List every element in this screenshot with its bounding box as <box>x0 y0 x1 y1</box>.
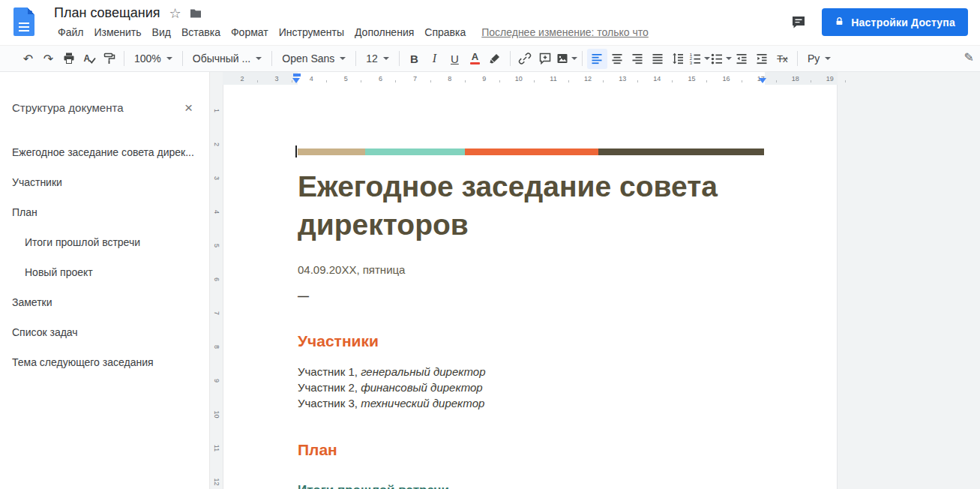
outline-title: Структура документа <box>12 101 123 114</box>
text-color-bar <box>470 62 480 65</box>
input-tools-select[interactable]: Ру <box>802 49 836 69</box>
ruler-numbers: 2345678910111213141516171819 <box>237 72 835 85</box>
font-size-select[interactable]: 12 <box>361 49 394 69</box>
chevron-down-icon <box>166 57 172 60</box>
svg-text:3: 3 <box>690 61 693 65</box>
document-name[interactable]: План совещания <box>52 4 162 22</box>
doc-heading-participants[interactable]: Участники <box>298 332 764 350</box>
lock-icon <box>835 16 844 28</box>
add-comment-button[interactable] <box>535 49 556 69</box>
menu-item[interactable]: Файл <box>52 24 88 40</box>
menu-item[interactable]: Вставка <box>176 24 226 40</box>
ruler-number: 18 <box>790 75 801 82</box>
outline-item[interactable]: Итоги прошлой встречи <box>0 227 209 257</box>
outline-item[interactable]: Ежегодное заседание совета дирек... <box>0 137 209 167</box>
decrease-indent-button[interactable] <box>732 49 752 69</box>
doc-subheading-previous-meeting[interactable]: Итоги прошлой встречи <box>298 483 764 489</box>
undo-button[interactable]: ↶ <box>18 49 38 69</box>
doc-divider-dash[interactable]: — <box>298 290 764 302</box>
outline-item[interactable]: Список задач <box>0 317 209 347</box>
line-spacing-button[interactable] <box>668 49 688 69</box>
ruler-number: 7 <box>213 311 220 315</box>
menu-item[interactable]: Вид <box>147 24 176 40</box>
decorative-color-bar[interactable] <box>298 148 764 155</box>
italic-button[interactable]: I <box>424 49 445 69</box>
bar-segment-teal <box>365 148 466 155</box>
underline-button[interactable]: U <box>445 49 465 69</box>
ruler-number: 13 <box>617 75 628 82</box>
docs-logo-icon[interactable] <box>13 8 34 36</box>
ruler-number: 19 <box>825 75 835 82</box>
edit-mode-icon[interactable]: ✎ <box>964 50 974 64</box>
share-button[interactable]: Настройки Доступа <box>822 8 968 36</box>
folder-icon[interactable] <box>189 7 202 20</box>
ruler-number: 12 <box>583 75 593 82</box>
chevron-down-icon <box>383 57 389 60</box>
ruler-number: 5 <box>340 75 351 82</box>
doc-date[interactable]: 04.09.20XX, пятница <box>298 263 764 276</box>
menus: ФайлИзменитьВидВставкаФорматИнструментыД… <box>52 24 471 40</box>
insert-image-button[interactable] <box>556 49 577 69</box>
first-line-indent-marker[interactable] <box>293 74 301 76</box>
outline-item[interactable]: Заметки <box>0 287 209 317</box>
bulleted-list-button[interactable] <box>710 49 732 69</box>
zoom-select[interactable]: 100% <box>129 49 178 69</box>
horizontal-ruler[interactable]: 2345678910111213141516171819 <box>210 72 980 85</box>
menu-item[interactable]: Формат <box>226 24 274 40</box>
menu-item[interactable]: Справка <box>419 24 471 40</box>
star-icon[interactable]: ☆ <box>169 7 181 20</box>
align-left-button[interactable] <box>587 49 607 69</box>
top-bar: План совещания ☆ ФайлИзменитьВидВставкаФ… <box>0 0 980 45</box>
ruler-number: 4 <box>213 210 220 214</box>
logo-lines <box>19 22 29 32</box>
doc-heading-title[interactable]: Ежегодное заседание совета директоров <box>298 168 764 244</box>
text-color-button[interactable]: A <box>465 49 485 69</box>
insert-link-button[interactable] <box>515 49 535 69</box>
highlight-button[interactable] <box>485 49 505 69</box>
divider <box>124 51 124 66</box>
right-indent-marker[interactable] <box>759 78 766 83</box>
participant-name: Участник 1, <box>298 365 358 378</box>
participant-line[interactable]: Участник 3, технический директор <box>298 395 764 411</box>
menu-item[interactable]: Дополнения <box>349 24 419 40</box>
outline-item[interactable]: План <box>0 197 209 227</box>
paragraph-style-select[interactable]: Обычный ... <box>187 49 267 69</box>
ruler-number: 15 <box>686 75 697 82</box>
align-justify-button[interactable] <box>648 49 668 69</box>
bold-button[interactable]: B <box>404 49 424 69</box>
document-page[interactable]: Ежегодное заседание совета директоров 04… <box>223 85 838 489</box>
clear-formatting-button[interactable]: Tx <box>772 49 793 69</box>
close-icon[interactable]: × <box>180 99 197 116</box>
format-toolbar: ↶ ↷ A 100% Обычный ... Open Sans 12 B I … <box>0 45 980 72</box>
logo-fold <box>28 8 34 14</box>
increase-indent-button[interactable] <box>752 49 772 69</box>
doc-heading-plan[interactable]: План <box>298 441 764 459</box>
participant-name: Участник 2, <box>298 381 358 394</box>
menu-item[interactable]: Изменить <box>88 24 146 40</box>
ruler-number: 4 <box>306 75 316 82</box>
spellcheck-button[interactable]: A <box>79 49 99 69</box>
menu-item[interactable]: Инструменты <box>274 24 349 40</box>
align-right-button[interactable] <box>628 49 648 69</box>
ruler-number: 3 <box>271 75 282 82</box>
participant-role: финансовый директор <box>361 381 483 394</box>
participant-line[interactable]: Участник 1, генеральный директор <box>298 364 764 380</box>
print-button[interactable] <box>58 49 79 69</box>
numbered-list-button[interactable]: 123 <box>688 49 710 69</box>
ruler-number: 10 <box>514 75 524 82</box>
left-indent-marker[interactable] <box>292 78 300 83</box>
divider <box>582 51 583 66</box>
outline-item[interactable]: Участники <box>0 167 209 197</box>
ruler-number: 6 <box>375 75 385 82</box>
outline-item[interactable]: Новый проект <box>0 257 209 287</box>
redo-button[interactable]: ↷ <box>38 49 58 69</box>
font-select[interactable]: Open Sans <box>277 49 351 69</box>
paint-format-button[interactable] <box>99 49 119 69</box>
comments-icon[interactable] <box>790 14 807 31</box>
vertical-ruler[interactable]: 123456789101112 <box>210 85 223 489</box>
outline-item[interactable]: Тема следующего заседания <box>0 347 209 377</box>
align-center-button[interactable] <box>607 49 628 69</box>
last-edited-link[interactable]: Последнее изменение: только что <box>481 26 649 38</box>
chevron-down-icon <box>726 57 732 60</box>
participant-line[interactable]: Участник 2, финансовый директор <box>298 380 764 395</box>
